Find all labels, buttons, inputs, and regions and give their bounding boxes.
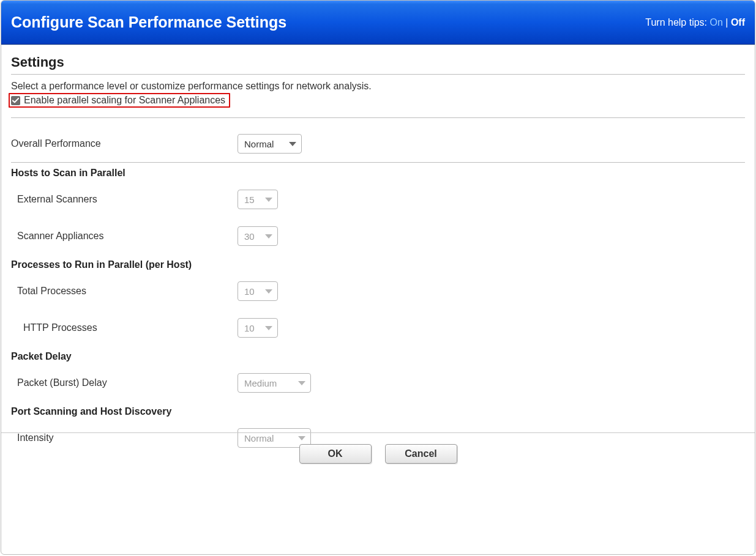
scanner-appliances-label: Scanner Appliances [11, 222, 238, 250]
packet-burst-delay-label: Packet (Burst) Delay [11, 369, 238, 397]
total-processes-select[interactable]: 10 [238, 281, 278, 301]
help-tips-toggle: Turn help tips: On | Off [645, 17, 745, 28]
chevron-down-icon [265, 326, 272, 330]
external-scanners-label: External Scanners [11, 185, 238, 213]
external-scanners-value: 15 [244, 195, 255, 205]
form-grid: Overall Performance Normal Hosts to Scan… [11, 125, 745, 456]
enable-parallel-scaling-checkbox[interactable] [11, 96, 20, 105]
enable-parallel-scaling-label: Enable parallel scaling for Scanner Appl… [24, 95, 225, 106]
settings-description: Select a performance level or customize … [11, 81, 745, 92]
packet-burst-delay-value: Medium [244, 378, 277, 388]
hosts-parallel-heading: Hosts to Scan in Parallel [11, 163, 745, 181]
scanner-appliances-value: 30 [244, 231, 255, 242]
overall-performance-control: Normal [238, 125, 745, 162]
total-processes-value: 10 [244, 286, 255, 297]
external-scanners-control: 15 [238, 181, 745, 218]
overall-performance-label: Overall Performance [11, 130, 238, 158]
packet-delay-heading: Packet Delay [11, 346, 745, 365]
overall-performance-value: Normal [244, 139, 274, 149]
overall-performance-select[interactable]: Normal [238, 134, 302, 154]
enable-parallel-scaling-row: Enable parallel scaling for Scanner Appl… [9, 93, 230, 108]
http-processes-control: 10 [238, 310, 745, 346]
cancel-button[interactable]: Cancel [385, 444, 457, 464]
processes-parallel-heading: Processes to Run in Parallel (per Host) [11, 254, 745, 273]
scanner-appliances-select[interactable]: 30 [238, 226, 278, 246]
http-processes-label: HTTP Processes [11, 314, 238, 342]
scanner-appliances-control: 30 [238, 218, 745, 254]
chevron-down-icon [265, 289, 272, 294]
http-processes-value: 10 [244, 323, 255, 333]
external-scanners-select[interactable]: 15 [238, 190, 278, 209]
dialog-window: Configure Scan Performance Settings Turn… [1, 0, 755, 555]
checkmark-icon [12, 97, 19, 104]
help-tips-prefix: Turn help tips: [645, 17, 709, 28]
dialog-footer: OK Cancel [1, 432, 755, 475]
chevron-down-icon [298, 381, 305, 385]
http-processes-select[interactable]: 10 [238, 318, 278, 338]
port-scanning-heading: Port Scanning and Host Discovery [11, 401, 745, 420]
help-tips-separator: | [723, 17, 731, 28]
chevron-down-icon [265, 234, 272, 239]
help-tips-on-link[interactable]: On [710, 17, 723, 28]
ok-button[interactable]: OK [299, 444, 372, 464]
help-tips-off-link[interactable]: Off [731, 17, 745, 28]
total-processes-control: 10 [238, 273, 745, 310]
chevron-down-icon [289, 142, 296, 146]
settings-heading: Settings [11, 54, 745, 70]
divider [11, 74, 745, 75]
packet-burst-delay-select[interactable]: Medium [238, 373, 311, 393]
divider [11, 117, 745, 118]
dialog-header: Configure Scan Performance Settings Turn… [1, 1, 755, 45]
packet-burst-delay-control: Medium [238, 365, 745, 401]
content-area: Settings Select a performance level or c… [1, 45, 755, 466]
dialog-title: Configure Scan Performance Settings [11, 13, 286, 31]
total-processes-label: Total Processes [11, 277, 238, 305]
chevron-down-icon [265, 198, 272, 202]
